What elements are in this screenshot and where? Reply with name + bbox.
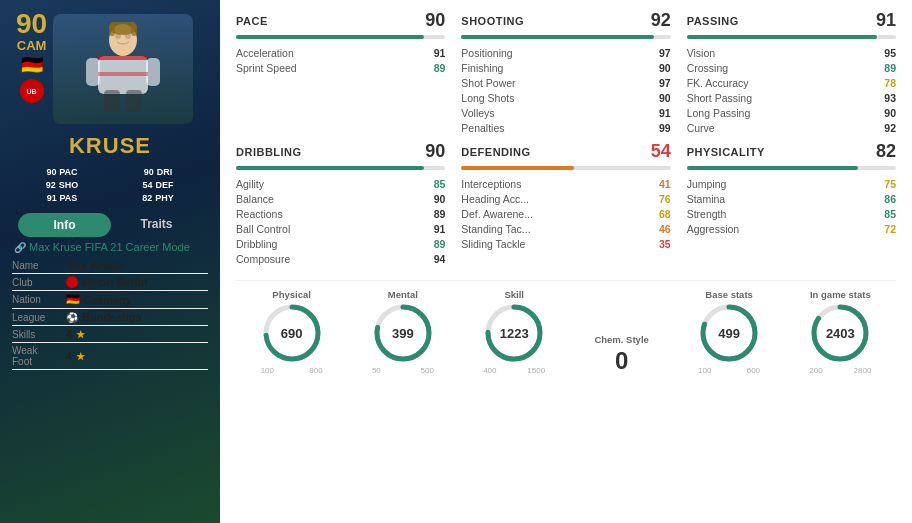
nation-label: Nation <box>12 294 60 305</box>
sho-label: SHO <box>59 180 79 190</box>
club-badge-small <box>66 276 78 288</box>
stat-value: 90 <box>659 62 671 74</box>
nation-value: 🇩🇪 Germany <box>66 293 132 306</box>
stats-panel: PACE90Acceleration91Sprint Speed89SHOOTI… <box>220 0 912 523</box>
germany-flag-icon: 🇩🇪 <box>18 56 46 74</box>
stat-bar-container-pace <box>236 35 445 39</box>
info-row-club: Club Union Berlin <box>12 274 208 291</box>
card-stat-sho: 92 SHO <box>18 179 106 190</box>
gauge-max: 2800 <box>854 366 872 375</box>
gauges-row: Physical 690 100800Mental 399 50500Skill <box>236 280 896 379</box>
stat-bar-container-defending <box>461 166 670 170</box>
gauge-value: 499 <box>718 327 740 340</box>
svg-rect-10 <box>131 24 137 36</box>
def-label: DEF <box>155 180 173 190</box>
stat-name: Short Passing <box>687 92 752 104</box>
stat-name: Sprint Speed <box>236 62 297 74</box>
club-value: Union Berlin <box>66 276 147 288</box>
stat-row: Strength85 <box>687 206 896 221</box>
stat-name: Vision <box>687 47 715 59</box>
dri-val: 90 <box>144 167 154 177</box>
gauge-value: 2403 <box>826 327 855 340</box>
gauge-value: 399 <box>392 327 414 340</box>
stat-value: 91 <box>434 223 446 235</box>
stat-bar-shooting <box>461 35 654 39</box>
stat-category-header-pace: PACE90 <box>236 10 445 31</box>
stat-value: 99 <box>659 122 671 134</box>
stat-category-name-physicality: PHYSICALITY <box>687 146 765 158</box>
stat-category-value-dribbling: 90 <box>425 141 445 162</box>
club-label: Club <box>12 277 60 288</box>
stat-category-name-shooting: SHOOTING <box>461 15 524 27</box>
stat-row: Interceptions41 <box>461 176 670 191</box>
stat-row: Sliding Tackle35 <box>461 236 670 251</box>
stat-row: Stamina86 <box>687 191 896 206</box>
stat-row: Crossing89 <box>687 60 896 75</box>
stat-value: 91 <box>659 107 671 119</box>
stat-category-passing: PASSING91Vision95Crossing89FK. Accuracy7… <box>687 10 896 135</box>
stat-row: Shot Power97 <box>461 75 670 90</box>
svg-rect-11 <box>98 56 148 60</box>
skills-label: Skills <box>12 329 60 340</box>
stat-category-value-passing: 91 <box>876 10 896 31</box>
stats-grid: PACE90Acceleration91Sprint Speed89SHOOTI… <box>236 10 896 272</box>
svg-rect-5 <box>126 90 142 112</box>
svg-rect-2 <box>86 58 100 86</box>
stat-category-header-shooting: SHOOTING92 <box>461 10 670 31</box>
gauge-container: 399 <box>372 302 434 364</box>
stat-value: 46 <box>659 223 671 235</box>
stat-category-value-pace: 90 <box>425 10 445 31</box>
gauge-mental: Mental 399 50500 <box>372 289 434 375</box>
stat-bar-pace <box>236 35 424 39</box>
traits-tab[interactable]: Traits <box>111 213 202 237</box>
stat-value: 89 <box>884 62 896 74</box>
stat-name: Positioning <box>461 47 512 59</box>
stat-category-name-pace: PACE <box>236 15 268 27</box>
gauge-text: 2403 <box>826 327 855 340</box>
player-name: KRUSE <box>69 133 151 159</box>
stat-category-header-dribbling: DRIBBLING90 <box>236 141 445 162</box>
stat-value: 72 <box>884 223 896 235</box>
stat-value: 89 <box>434 62 446 74</box>
gauge-skill: Skill 1223 4001500 <box>483 289 545 375</box>
stat-row: Agility85 <box>236 176 445 191</box>
info-tab[interactable]: Info <box>18 213 111 237</box>
phy-val: 82 <box>142 193 152 203</box>
stat-category-physicality: PHYSICALITY82Jumping75Stamina86Strength8… <box>687 141 896 266</box>
stat-value: 85 <box>884 208 896 220</box>
player-image <box>53 14 193 124</box>
card-rating: 90 <box>16 10 47 38</box>
name-value: Max Kruse <box>66 259 122 271</box>
card-stat-def: 54 DEF <box>114 179 202 190</box>
weakfoot-value: 4 ★ <box>66 350 85 362</box>
stat-row: Standing Tac...46 <box>461 221 670 236</box>
gauge-in-game-stats: In game stats 2403 2002800 <box>809 289 871 375</box>
gauge-label: Mental <box>388 289 418 300</box>
def-val: 54 <box>143 180 153 190</box>
info-row-weakfoot: Weak Foot 4 ★ <box>12 343 208 370</box>
svg-rect-4 <box>104 90 120 112</box>
stat-name: Balance <box>236 193 274 205</box>
stat-category-header-passing: PASSING91 <box>687 10 896 31</box>
stat-category-header-physicality: PHYSICALITY82 <box>687 141 896 162</box>
pac-label: PAC <box>59 167 77 177</box>
pac-val: 90 <box>46 167 56 177</box>
stat-category-name-passing: PASSING <box>687 15 739 27</box>
stat-name: Jumping <box>687 178 727 190</box>
gauge-text: 690 <box>281 327 303 340</box>
club-badge-icon: UB <box>20 79 44 103</box>
pas-label: PAS <box>59 193 77 203</box>
gauge-min-max: 100800 <box>261 366 323 375</box>
stat-name: FK. Accuracy <box>687 77 749 89</box>
gauge-min-max: 4001500 <box>483 366 545 375</box>
info-row-name: Name Max Kruse <box>12 257 208 274</box>
stat-row: Ball Control91 <box>236 221 445 236</box>
info-traits-tabs: Info Traits <box>8 213 212 237</box>
career-mode-link[interactable]: 🔗 Max Kruse FIFA 21 Career Mode <box>8 241 212 253</box>
stat-name: Long Shots <box>461 92 514 104</box>
stat-name: Curve <box>687 122 715 134</box>
stat-value: 68 <box>659 208 671 220</box>
gauge-label: In game stats <box>810 289 871 300</box>
stat-value: 85 <box>434 178 446 190</box>
gauge-text: 499 <box>718 327 740 340</box>
